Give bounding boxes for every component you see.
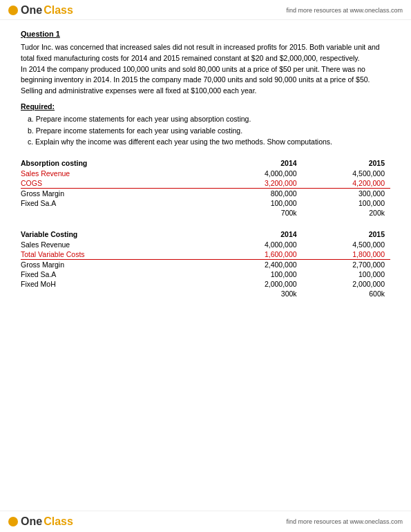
variable-total-2015: 600k xyxy=(303,289,390,298)
required-list: a. Prepare income statements for each ye… xyxy=(28,113,390,148)
required-label: Required: xyxy=(21,102,390,111)
logo-one: One xyxy=(21,4,42,17)
absorption-table: Absorption costing 2014 2015 Sales Reven… xyxy=(21,158,390,218)
variable-gross-margin-2015: 2,700,000 xyxy=(303,260,390,270)
absorption-cogs-row: COGS 3,200,000 4,200,000 xyxy=(21,178,390,189)
variable-fixed-saa-row: Fixed Sa.A 100,000 100,000 xyxy=(21,269,390,279)
absorption-sales-2014: 4,000,000 xyxy=(214,169,302,178)
variable-gross-margin-row: Gross Margin 2,400,000 2,700,000 xyxy=(21,260,390,270)
variable-fixed-moh-2014: 2,000,000 xyxy=(214,279,302,289)
variable-tvc-label: Total Variable Costs xyxy=(21,249,214,260)
variable-col-2014: 2014 xyxy=(214,229,302,240)
footer-logo-icon xyxy=(8,517,18,526)
main-content: Question 1 Tudor Inc. was concerned that… xyxy=(0,20,411,323)
absorption-section-label: Absorption costing xyxy=(21,158,214,169)
page-footer: OneClass find more resources at www.onec… xyxy=(0,511,411,532)
variable-header-row: Variable Costing 2014 2015 xyxy=(21,229,390,240)
footer-url: find more resources at www.oneclass.com xyxy=(286,518,403,525)
absorption-sales-row: Sales Revenue 4,000,000 4,500,000 xyxy=(21,169,390,178)
absorption-col-2014: 2014 xyxy=(214,158,302,169)
absorption-total-2014: 700k xyxy=(214,208,302,218)
variable-tvc-row: Total Variable Costs 1,600,000 1,800,000 xyxy=(21,249,390,260)
variable-total-label xyxy=(21,289,214,298)
variable-sales-label: Sales Revenue xyxy=(21,240,214,249)
question-body-line-1: Tudor Inc. was concerned that increased … xyxy=(21,43,380,62)
absorption-total-2015: 200k xyxy=(303,208,390,218)
absorption-total-row: 700k 200k xyxy=(21,208,390,218)
header-url: find more resources at www.oneclass.com xyxy=(286,7,403,14)
variable-gross-margin-2014: 2,400,000 xyxy=(214,260,302,270)
absorption-col-2015: 2015 xyxy=(303,158,390,169)
required-item-a: a. Prepare income statements for each ye… xyxy=(28,113,390,125)
variable-sales-row: Sales Revenue 4,000,000 4,500,000 xyxy=(21,240,390,249)
logo: OneClass xyxy=(8,4,73,17)
absorption-gross-margin-2014: 800,000 xyxy=(214,189,302,199)
variable-table: Variable Costing 2014 2015 Sales Revenue… xyxy=(21,229,390,298)
logo-class: Class xyxy=(44,4,73,17)
variable-fixed-saa-2014: 100,000 xyxy=(214,269,302,279)
absorption-fixed-saa-2014: 100,000 xyxy=(214,198,302,208)
logo-icon xyxy=(8,6,18,15)
required-item-b: b. Prepare income statements for each ye… xyxy=(28,125,390,137)
required-item-c: c. Explain why the income was different … xyxy=(28,136,390,148)
question-title: Question 1 xyxy=(21,30,390,38)
variable-tvc-2014: 1,600,000 xyxy=(214,249,302,260)
variable-total-2014: 300k xyxy=(214,289,302,298)
variable-gross-margin-label: Gross Margin xyxy=(21,260,214,270)
absorption-gross-margin-row: Gross Margin 800,000 300,000 xyxy=(21,189,390,199)
footer-logo: OneClass xyxy=(8,515,73,528)
absorption-fixed-saa-label: Fixed Sa.A xyxy=(21,198,214,208)
variable-sales-2014: 4,000,000 xyxy=(214,240,302,249)
variable-fixed-saa-label: Fixed Sa.A xyxy=(21,269,214,279)
absorption-section: Absorption costing 2014 2015 Sales Reven… xyxy=(21,158,390,218)
absorption-cogs-2014: 3,200,000 xyxy=(214,178,302,189)
page-header: OneClass find more resources at www.onec… xyxy=(0,0,411,20)
question-body-line-2: In 2014 the company produced 100,000 uni… xyxy=(21,65,370,95)
absorption-gross-margin-label: Gross Margin xyxy=(21,189,214,199)
absorption-fixed-saa-row: Fixed Sa.A 100,000 100,000 xyxy=(21,198,390,208)
absorption-header-row: Absorption costing 2014 2015 xyxy=(21,158,390,169)
variable-fixed-moh-label: Fixed MoH xyxy=(21,279,214,289)
variable-total-row: 300k 600k xyxy=(21,289,390,298)
variable-fixed-moh-row: Fixed MoH 2,000,000 2,000,000 xyxy=(21,279,390,289)
absorption-fixed-saa-2015: 100,000 xyxy=(303,198,390,208)
variable-fixed-saa-2015: 100,000 xyxy=(303,269,390,279)
question-body: Tudor Inc. was concerned that increased … xyxy=(21,42,390,97)
absorption-total-label xyxy=(21,208,214,218)
variable-section: Variable Costing 2014 2015 Sales Revenue… xyxy=(21,229,390,298)
variable-col-2015: 2015 xyxy=(303,229,390,240)
variable-sales-2015: 4,500,000 xyxy=(303,240,390,249)
variable-section-label: Variable Costing xyxy=(21,229,214,240)
footer-logo-class: Class xyxy=(44,515,73,528)
absorption-sales-2015: 4,500,000 xyxy=(303,169,390,178)
absorption-cogs-label: COGS xyxy=(21,178,214,189)
absorption-gross-margin-2015: 300,000 xyxy=(303,189,390,199)
variable-tvc-2015: 1,800,000 xyxy=(303,249,390,260)
absorption-sales-label: Sales Revenue xyxy=(21,169,214,178)
footer-logo-one: One xyxy=(21,515,42,528)
variable-fixed-moh-2015: 2,000,000 xyxy=(303,279,390,289)
absorption-cogs-2015: 4,200,000 xyxy=(303,178,390,189)
